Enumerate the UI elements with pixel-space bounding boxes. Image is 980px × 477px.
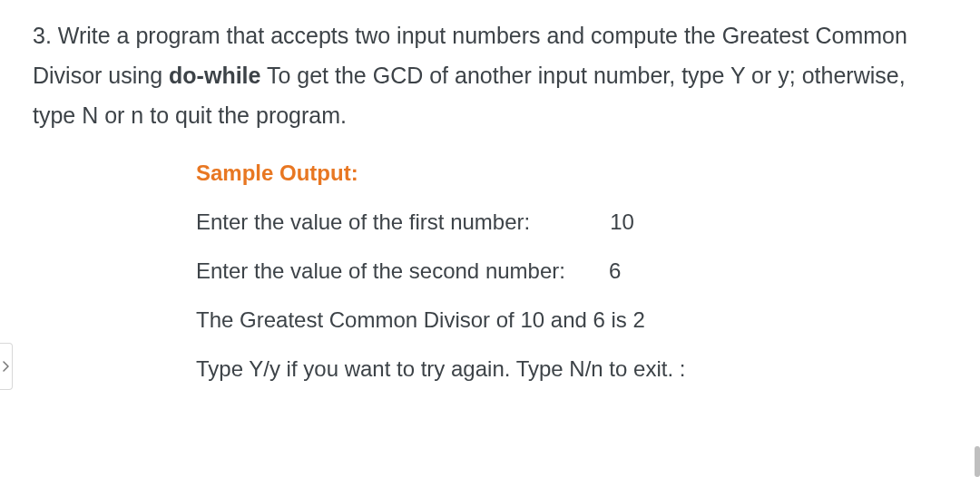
value-second-number: 6 bbox=[609, 258, 621, 284]
value-first-number: 10 bbox=[610, 209, 634, 235]
sample-output-heading: Sample Output: bbox=[196, 161, 944, 186]
expand-tab[interactable] bbox=[0, 343, 13, 390]
scrollbar-thumb[interactable] bbox=[975, 446, 980, 477]
question-bold: do-while bbox=[169, 63, 260, 88]
output-row-first: Enter the value of the first number: 10 bbox=[196, 209, 944, 235]
output-row-second: Enter the value of the second number: 6 bbox=[196, 258, 944, 284]
result-line: The Greatest Common Divisor of 10 and 6 … bbox=[196, 307, 944, 333]
question-text: 3. Write a program that accepts two inpu… bbox=[33, 16, 944, 135]
prompt-second-number: Enter the value of the second number: bbox=[196, 258, 565, 284]
chevron-right-icon bbox=[3, 361, 9, 372]
sample-output-section: Sample Output: Enter the value of the fi… bbox=[33, 161, 944, 382]
retry-prompt: Type Y/y if you want to try again. Type … bbox=[196, 356, 944, 382]
prompt-first-number: Enter the value of the first number: bbox=[196, 209, 530, 235]
